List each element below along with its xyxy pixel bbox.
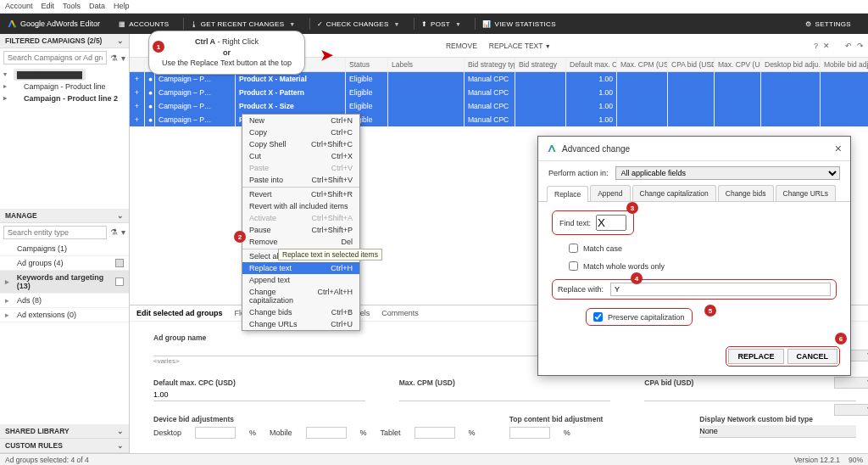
col-maxcpv[interactable]: Max. CPV (USD) [715,58,761,71]
col-desk[interactable]: Desktop bid adju… [761,58,821,71]
menu-account[interactable]: Account [5,2,33,11]
manage-keywords[interactable]: ▸Keywords and targeting (13) [0,271,129,294]
custom-rules-header[interactable]: CUSTOM RULES⌄ [0,439,129,453]
table-row[interactable]: +●Campaign – P…Product X - PatternEligib… [130,86,868,99]
mobile-adj-input[interactable] [306,427,347,439]
col-bstype[interactable]: Bid strategy type [465,58,515,71]
topcontent-input[interactable] [509,427,550,439]
cancel-button[interactable]: CANCEL [787,349,838,364]
match-case-checkbox[interactable] [569,244,578,253]
replace-text-button[interactable]: REPLACE TEXT ▼ [486,40,554,52]
menu-data[interactable]: Data [89,2,105,11]
pin-icon[interactable] [115,259,124,267]
maxcpm-input[interactable] [399,389,611,401]
col-mob[interactable]: Mobile bid adjust… [821,58,868,71]
table-row[interactable]: +●Campaign – P…Product XEligibleManual C… [130,113,868,126]
campaign-node-2[interactable]: Campaign - Product line 2 [2,92,127,104]
app-title: Google AdWords Editor [20,20,100,28]
whole-words-checkbox[interactable] [569,261,578,271]
find-text-input[interactable] [596,215,626,231]
step-badge-2: 2 [234,231,246,243]
ctx-remove[interactable]: RemoveDel [242,236,359,248]
ctx-pause[interactable]: PauseCtrl+Shift+P [242,224,359,236]
col-cpa[interactable]: CPA bid (USD) [668,58,715,71]
preserve-cap-checkbox[interactable] [593,312,603,322]
ctx-revert[interactable]: RevertCtrl+Shift+R [242,188,359,200]
col-maxcpm[interactable]: Max. CPM (USD) [617,58,668,71]
step-badge-6: 6 [835,333,847,345]
entity-filter-icon[interactable]: ⚗ [110,227,118,237]
step-badge-1: 1 [153,41,164,53]
check-changes-button[interactable]: ✓ CHECK CHANGES▼ [314,20,403,28]
menu-help[interactable]: Help [114,2,130,11]
displaynet-input[interactable] [699,425,856,438]
ctx-cut[interactable]: CutCtrl+X [242,150,359,162]
manage-campaigns[interactable]: Campaigns (1) [0,242,129,256]
entity-search-input[interactable] [3,226,107,239]
ctx-copyshell[interactable]: Copy ShellCtrl+Shift+C [242,138,359,150]
entity-caret-icon[interactable]: ▾ [121,227,125,237]
side-dropdown-2[interactable] [834,377,868,389]
filtered-campaigns-header[interactable]: FILTERED CAMPAIGNS (2/5)⌄ [0,34,129,48]
filter-caret-icon[interactable]: ▾ [121,53,125,63]
shared-library-header[interactable]: SHARED LIBRARY⌄ [0,424,129,439]
dtab-append[interactable]: Append [590,185,630,201]
ctx-pasteinto[interactable]: Paste intoCtrl+Shift+V [242,174,359,186]
tab-edit-selected[interactable]: Edit selected ad groups [136,309,223,317]
zoom-label[interactable]: 90% [849,456,863,464]
menu-edit[interactable]: Edit [42,2,55,11]
tablet-adj-input[interactable] [415,427,455,439]
campaign-search-input[interactable] [3,51,107,64]
table-row[interactable]: +●Campaign – P…Product X - SizeEligibleM… [130,99,868,113]
dtab-bids[interactable]: Change bids [718,185,774,201]
manage-ads[interactable]: ▸Ads (8) [0,294,129,308]
ctx-change-urls[interactable]: Change URLsCtrl+U [242,318,359,330]
remove-button[interactable]: REMOVE [442,40,481,52]
ctx-replace-text[interactable]: Replace textCtrl+H [242,262,359,274]
ctx-append-text[interactable]: Append text [242,274,359,286]
replace-confirm-button[interactable]: REPLACE [728,349,783,364]
manage-adgroups[interactable]: Ad groups (4) [0,256,129,271]
pin-icon[interactable] [115,277,124,286]
redo-icon[interactable]: ↷ [857,42,864,50]
ctx-revertall[interactable]: Revert with all included items [242,200,359,212]
app-logo: Google AdWords Editor [7,19,100,29]
ctx-new[interactable]: NewCtrl+N [242,115,359,126]
ctx-change-cap[interactable]: Change capitalizationCtrl+Alt+H [242,286,359,306]
dtab-cap[interactable]: Change capitalization [632,185,716,201]
desktop-adj-input[interactable] [195,427,236,439]
filter-icon[interactable]: ⚗ [110,53,118,63]
dtab-replace[interactable]: Replace [547,186,588,202]
ctx-copy[interactable]: CopyCtrl+C [242,126,359,138]
menu-tools[interactable]: Tools [63,2,81,11]
dialog-tabs: Replace Append Change capitalization Cha… [538,185,850,202]
tab-comments[interactable]: Comments [381,309,419,317]
scope-select[interactable]: All applicable fields [615,166,840,180]
settings-button[interactable]: ⚙ SETTINGS [802,20,854,28]
post-button[interactable]: ⬆ POST▼ [418,20,465,28]
undo-icon[interactable]: ↶ [845,42,852,50]
manage-header[interactable]: MANAGE⌄ [0,209,129,223]
instruction-callout: Ctrl A - Right Click or Use the Replace … [148,31,305,75]
accounts-button[interactable]: ▦ ACCOUNTS [115,20,173,28]
close-icon[interactable]: ✕ [823,42,830,50]
col-bstrat[interactable]: Bid strategy [515,58,566,71]
account-node[interactable]: ▇▇▇▇▇▇▇▇▇▇▇ [2,69,127,81]
help-icon[interactable]: ? [814,42,818,50]
col-labels[interactable]: Labels [388,58,465,71]
replace-with-input[interactable] [610,283,831,296]
cpabid-label: CPA bid (USD) [644,378,856,387]
side-dropdown-3[interactable] [834,404,868,416]
cpabid-input[interactable] [644,389,856,401]
campaign-node-1[interactable]: Campaign - Product line [2,81,127,92]
left-sidebar: FILTERED CAMPAIGNS (2/5)⌄ ⚗ ▾ ▇▇▇▇▇▇▇▇▇▇… [0,34,130,453]
dialog-close-icon[interactable]: × [835,142,842,155]
col-status[interactable]: Status [346,58,388,71]
col-dmax[interactable]: Default max. CP… [566,58,617,71]
view-statistics-button[interactable]: 📊 VIEW STATISTICS [479,20,559,28]
default-maxcpc-input[interactable] [153,389,365,401]
manage-extensions[interactable]: ▸Ad extensions (0) [0,308,129,322]
ctx-change-bids[interactable]: Change bidsCtrl+B [242,306,359,318]
dtab-urls[interactable]: Change URLs [776,185,836,201]
get-recent-changes-button[interactable]: ⭳ GET RECENT CHANGES▼ [187,20,299,28]
